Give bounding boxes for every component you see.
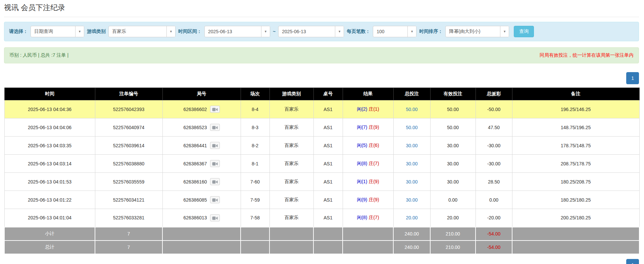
cell-payout: -50.00 <box>476 100 512 118</box>
video-camera-icon-button[interactable] <box>210 124 220 131</box>
table-row: 2025-06-13 04:03:35522576039614626386441… <box>4 137 639 155</box>
table-row: 2025-06-13 04:01:04522576033281626386013… <box>4 209 639 227</box>
summary-bar: 币别 : 人民币 | 总共 :7 注单 | 同局有效投注，统一计算在该局第一张注… <box>4 47 639 63</box>
result-banker: 庄(7) <box>368 215 379 220</box>
cell-remark: 180.25/208.75 <box>512 173 639 191</box>
page-size-value: 100 <box>373 26 407 37</box>
date-from-select[interactable]: 2025-06-13 ▼ <box>204 26 270 37</box>
result-player: 闲(9) <box>357 197 367 202</box>
video-camera-icon-button[interactable] <box>210 214 220 221</box>
result-player: 闲(5) <box>357 143 367 148</box>
subtotal-valid-bet: 210.00 <box>430 227 476 241</box>
round-id-text: 626386602 <box>183 107 207 112</box>
cell-total-bet: 50.00 <box>393 100 430 118</box>
table-footer: 小计 7 240.00 210.00 -54.00 总计 7 <box>4 227 639 254</box>
cell-bet-id: 522576042393 <box>95 100 162 118</box>
cell-game-type: 百家乐 <box>269 137 313 155</box>
total-empty-cell <box>162 241 241 254</box>
cell-payout: -30.00 <box>476 155 512 173</box>
page-size-select[interactable]: 100 ▼ <box>373 26 416 37</box>
cell-time: 2025-06-13 04:04:06 <box>4 118 95 137</box>
cell-game-type: 百家乐 <box>269 100 313 118</box>
page-size-label: 每页笔数： <box>347 29 370 35</box>
table-row: 2025-06-13 04:04:06522576040974626386523… <box>4 118 639 137</box>
result-player: 闲(7) <box>357 124 367 130</box>
video-camera-icon-button[interactable] <box>210 178 220 185</box>
cell-session: 7-60 <box>241 173 269 191</box>
result-player: 闲(8) <box>357 161 367 166</box>
sort-order-label: 时间排序： <box>419 29 443 35</box>
sort-order-select[interactable]: 降幂(由大到小) ▼ <box>445 26 509 37</box>
cell-valid-bet: 50.00 <box>430 100 476 118</box>
filter-bar: 请选择： 日期查询 ▼ 游戏类别 百家乐 ▼ 时间区间： 2025-06-13 … <box>4 22 639 41</box>
total-bet-link[interactable]: 50.00 <box>406 107 417 112</box>
search-button[interactable]: 查询 <box>514 26 534 37</box>
game-type-value: 百家乐 <box>109 26 166 37</box>
pagination-top: 1 <box>4 72 639 84</box>
query-type-value: 日期查询 <box>31 26 75 37</box>
total-empty-cell <box>269 241 313 254</box>
result-player: 闲(1) <box>357 179 367 184</box>
total-bet-link[interactable]: 30.00 <box>406 143 417 148</box>
cell-session: 7-59 <box>241 191 269 209</box>
cell-valid-bet: 20.00 <box>430 209 476 227</box>
cell-game-type: 百家乐 <box>269 118 313 137</box>
subtotal-empty-cell <box>162 227 241 241</box>
col-header-bet-id: 注单编号 <box>95 88 162 100</box>
page-title: 视讯 会员下注纪录 <box>4 3 639 17</box>
cell-time: 2025-06-13 04:03:35 <box>4 137 95 155</box>
cell-remark: 178.75/148.75 <box>512 137 639 155</box>
cell-time: 2025-06-13 04:04:36 <box>4 100 95 118</box>
summary-warning-note: 同局有效投注，统一计算在该局第一张注单内 <box>540 52 634 58</box>
query-type-select[interactable]: 日期查询 ▼ <box>31 26 84 37</box>
cell-round-id: 626386367 <box>162 155 241 173</box>
cell-table-no: AS1 <box>313 173 343 191</box>
date-from-value: 2025-06-13 <box>205 26 261 37</box>
cell-table-no: AS1 <box>313 118 343 137</box>
table-body: 2025-06-13 04:04:36522576042393626386602… <box>4 100 639 227</box>
video-camera-icon-button[interactable] <box>210 106 220 113</box>
col-header-game-type: 游戏类别 <box>269 88 313 100</box>
round-id-text: 626386523 <box>183 125 207 130</box>
total-bet-link[interactable]: 30.00 <box>406 179 417 184</box>
cell-bet-id: 522576038880 <box>95 155 162 173</box>
game-type-select[interactable]: 百家乐 ▼ <box>108 26 176 37</box>
col-header-round-id: 局号 <box>162 88 241 100</box>
cell-game-type: 百家乐 <box>269 209 313 227</box>
video-camera-icon-button[interactable] <box>210 142 220 149</box>
round-id-text: 626386367 <box>183 161 207 166</box>
total-total-bet: 240.00 <box>393 241 430 254</box>
cell-time: 2025-06-13 04:01:04 <box>4 209 95 227</box>
cell-session: 8-2 <box>241 137 269 155</box>
video-camera-icon <box>212 162 218 167</box>
query-type-label: 请选择： <box>9 29 28 35</box>
total-bet-link[interactable]: 50.00 <box>406 125 417 130</box>
cell-result: 闲(5) 庄(6) <box>343 137 393 155</box>
date-to-select[interactable]: 2025-06-13 ▼ <box>278 26 344 37</box>
total-bet-link[interactable]: 20.00 <box>406 215 417 220</box>
cell-bet-id: 522576033281 <box>95 209 162 227</box>
cell-session: 7-58 <box>241 209 269 227</box>
result-player: 闲(2) <box>357 106 367 112</box>
cell-session: 8-1 <box>241 155 269 173</box>
total-bet-link[interactable]: 30.00 <box>406 197 417 203</box>
cell-total-bet: 20.00 <box>393 209 430 227</box>
cell-total-bet: 30.00 <box>393 191 430 209</box>
total-bet-link[interactable]: 30.00 <box>406 161 417 166</box>
video-camera-icon-button[interactable] <box>210 196 220 203</box>
table-row: 2025-06-13 04:03:14522576038880626386367… <box>4 155 639 173</box>
page-number-button[interactable]: 1 <box>626 259 639 264</box>
page-number-button[interactable]: 1 <box>626 72 639 84</box>
total-empty-cell <box>343 241 393 254</box>
total-empty-cell <box>313 241 343 254</box>
cell-total-bet: 50.00 <box>393 118 430 137</box>
total-count: 7 <box>95 241 162 254</box>
cell-total-bet: 30.00 <box>393 173 430 191</box>
result-banker: 庄(6) <box>368 143 379 148</box>
time-range-label: 时间区间： <box>178 29 202 35</box>
cell-result: 闲(8) 庄(7) <box>343 209 393 227</box>
video-camera-icon-button[interactable] <box>210 160 220 167</box>
total-valid-bet: 210.00 <box>430 241 476 254</box>
subtotal-empty-cell <box>269 227 313 241</box>
cell-time: 2025-06-13 04:01:22 <box>4 191 95 209</box>
